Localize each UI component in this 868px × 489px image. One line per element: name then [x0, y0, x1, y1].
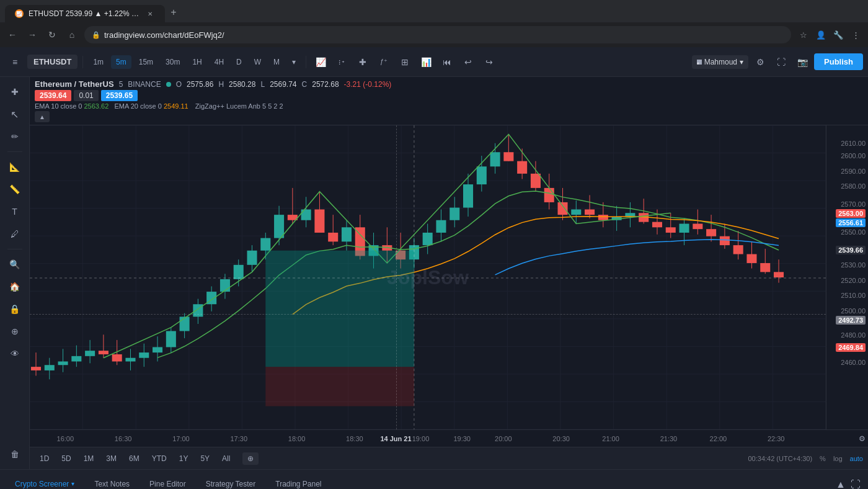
timeframe-30m[interactable]: 30m	[161, 55, 185, 69]
home-button[interactable]: ⌂	[64, 27, 79, 42]
refresh-button[interactable]: ↻	[45, 27, 60, 42]
price-level-253000: 2530.00	[841, 261, 866, 269]
timeframe-1m[interactable]: 1m	[88, 55, 108, 69]
period-6m[interactable]: 6M	[124, 452, 144, 465]
username-caret: ▾	[740, 58, 743, 66]
time-label-1900: 19:00	[412, 435, 430, 442]
address-bar[interactable]: 🔒 tradingview.com/chart/dEoFWjq2/	[84, 26, 791, 43]
timeframe-15m[interactable]: 15m	[134, 55, 158, 69]
price-level-255000: 2550.00	[841, 228, 866, 236]
sidebar-divider-2	[7, 249, 22, 249]
price-level-249273: 2492.73	[836, 316, 866, 325]
compare-button[interactable]: ⊕	[242, 452, 259, 465]
star-button[interactable]: ☆	[796, 27, 811, 42]
tab-trading-panel[interactable]: Trading Panel	[265, 475, 331, 490]
sidebar-fib-icon[interactable]: 📏	[5, 179, 25, 199]
browser-tab-active[interactable]: 📈 ETHUSDT 2539.99 ▲ +1.22% Ma... ✕	[5, 5, 165, 22]
ema10-value: 2563.62	[84, 102, 109, 110]
log-label[interactable]: log	[833, 455, 843, 462]
sidebar-cursor-icon[interactable]: ↖	[5, 104, 25, 124]
period-1y[interactable]: 1Y	[174, 452, 193, 465]
topbar-settings-button[interactable]: ⚙	[751, 53, 769, 71]
back-button[interactable]: ←	[5, 27, 20, 42]
sidebar-magnet-icon[interactable]: 🏠	[5, 277, 25, 297]
collapse-button[interactable]: ▲	[35, 111, 50, 122]
menu-button[interactable]: ≡	[5, 52, 25, 72]
panel-maximize-button[interactable]: ⛶	[848, 477, 863, 490]
replay-button[interactable]: ⏮	[438, 53, 456, 71]
period-1d[interactable]: 1D	[35, 452, 54, 465]
low-label: L	[260, 80, 265, 89]
live-indicator	[166, 82, 171, 87]
indicators-button[interactable]: ⫶⁺	[332, 53, 351, 71]
topbar: ≡ ETHUSDT 1m 5m 15m 30m 1H 4H D W M ▾ 📈 …	[0, 47, 868, 77]
time-label-14-Jun 21: 14 Jun 21	[380, 435, 411, 442]
chart-canvas: JoplSow	[30, 125, 826, 429]
user-dot: •	[697, 60, 702, 65]
time-label-2230: 22:30	[768, 435, 785, 442]
period-all[interactable]: All	[217, 452, 235, 465]
timeframe-4h[interactable]: 4H	[210, 55, 229, 69]
sidebar-draw-icon[interactable]: ✏	[5, 127, 25, 146]
symbol-info-row: Ethereum / TetherUS 5 BINANCE O 2575.86 …	[35, 79, 863, 89]
chart-layout-button[interactable]: ⊞	[396, 53, 414, 71]
profile-button[interactable]: 👤	[813, 27, 828, 42]
period-1m[interactable]: 1M	[79, 452, 99, 465]
sidebar-crosshair-icon[interactable]: ✚	[5, 82, 25, 102]
tab-text-notes[interactable]: Text Notes	[84, 475, 140, 490]
panel-collapse-button[interactable]: ▲	[833, 477, 848, 490]
add-indicator-button[interactable]: ✚	[353, 53, 372, 71]
sidebar-text-icon[interactable]: T	[5, 202, 25, 222]
tab-crypto-screener-caret: ▾	[71, 480, 74, 487]
timeframe-m[interactable]: M	[268, 55, 285, 69]
forward-button[interactable]: →	[25, 27, 40, 42]
price-level-260000: 2600.00	[841, 152, 866, 159]
drawing-button[interactable]: 📊	[417, 53, 435, 71]
timeframe-caret[interactable]: ▾	[287, 55, 301, 69]
publish-button[interactable]: Publish	[814, 53, 863, 70]
auto-label[interactable]: auto	[850, 455, 863, 462]
undo-button[interactable]: ↩	[459, 53, 477, 71]
left-sidebar: ✚ ↖ ✏ 📐 📏 T 🖊 🔍 🏠 🔒 ⊕ 👁 🗑	[0, 77, 30, 469]
timeframe-d[interactable]: D	[231, 55, 247, 69]
chart-with-scale: JoplSow 2610.002600.002590.002580.002570…	[30, 125, 868, 429]
sidebar-trendline-icon[interactable]: 📐	[5, 157, 25, 177]
username-button[interactable]: • Mahmoud ▾	[692, 55, 748, 69]
chart-type-button[interactable]: 📈	[311, 53, 330, 71]
period-5d[interactable]: 5D	[56, 452, 76, 465]
tab-close-button[interactable]: ✕	[145, 9, 155, 19]
fx-button[interactable]: ƒ⁺	[374, 53, 393, 71]
timeframe-w[interactable]: W	[249, 55, 266, 69]
period-5y[interactable]: 5Y	[195, 452, 215, 465]
period-3m[interactable]: 3M	[101, 452, 122, 465]
extensions-button[interactable]: 🔧	[831, 27, 846, 42]
sidebar-plus-icon[interactable]: ⊕	[5, 321, 25, 341]
low-value: 2569.74	[270, 80, 296, 89]
tab-favicon: 📈	[15, 9, 24, 18]
sidebar-trash-icon[interactable]: 🗑	[5, 444, 25, 464]
tab-crypto-screener[interactable]: Crypto Screener ▾	[5, 475, 84, 490]
sidebar-lock-icon[interactable]: 🔒	[5, 299, 25, 319]
time-settings-button[interactable]: ⚙	[859, 434, 866, 443]
time-label-2000: 20:00	[495, 435, 512, 442]
more-button[interactable]: ⋮	[848, 27, 863, 42]
redo-button[interactable]: ↪	[480, 53, 498, 71]
separator-2	[306, 56, 306, 68]
new-tab-button[interactable]: +	[165, 4, 182, 21]
price-change: -3.21 (-0.12%)	[344, 80, 392, 89]
high-label: H	[218, 80, 224, 89]
price-level-246000: 2460.00	[841, 359, 866, 366]
timeframe-5m[interactable]: 5m	[111, 55, 131, 69]
topbar-camera-button[interactable]: 📷	[793, 53, 812, 71]
topbar-fullscreen-button[interactable]: ⛶	[772, 53, 790, 71]
browser-chrome: 📈 ETHUSDT 2539.99 ▲ +1.22% Ma... ✕ + ← →…	[0, 0, 868, 47]
tab-pine-editor[interactable]: Pine Editor	[140, 475, 196, 490]
tab-strategy-tester[interactable]: Strategy Tester	[196, 475, 265, 490]
sidebar-eye-icon[interactable]: 👁	[5, 344, 25, 364]
exchange-label: BINANCE	[128, 80, 161, 89]
timeframe-1h[interactable]: 1H	[187, 55, 206, 69]
sidebar-zoom-icon[interactable]: 🔍	[5, 254, 25, 274]
symbol-badge[interactable]: ETHUSDT	[27, 55, 78, 69]
period-ytd[interactable]: YTD	[147, 452, 172, 465]
sidebar-pen-icon[interactable]: 🖊	[5, 224, 25, 244]
